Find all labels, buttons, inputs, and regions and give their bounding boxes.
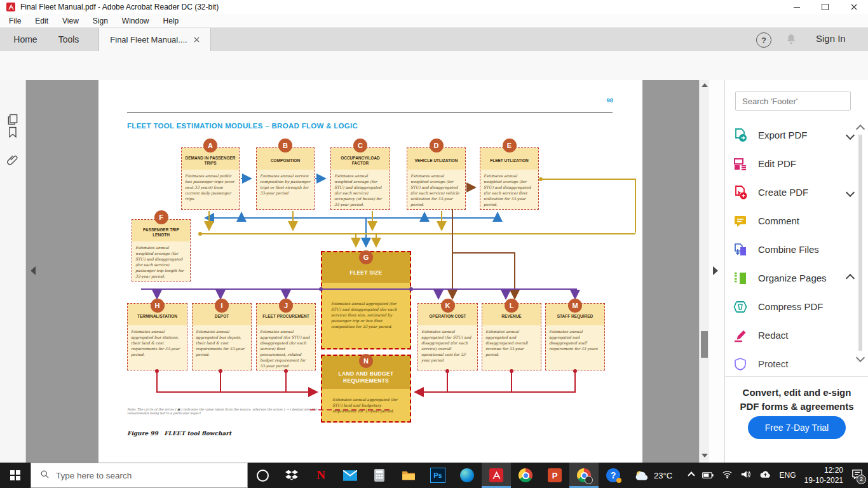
module-box-C: C OCCUPANCY/LOAD FACTOR Estimates annual… <box>330 147 390 210</box>
menu-bar: File Edit View Sign Window Help <box>0 14 868 28</box>
photoshop-icon[interactable]: Ps <box>423 463 452 488</box>
promo-text: Convert, edit and e-sign PDF forms & agr… <box>733 386 860 414</box>
weather-temp: 23°C <box>654 471 672 480</box>
expand-right-panel-icon[interactable] <box>713 266 718 275</box>
scroll-down-icon[interactable] <box>702 454 708 458</box>
bookmarks-icon[interactable] <box>6 126 19 141</box>
tab-close-icon[interactable] <box>194 35 200 44</box>
menu-edit[interactable]: Edit <box>35 17 48 25</box>
sign-in-button[interactable]: Sign In <box>816 33 846 44</box>
tools-search-input[interactable] <box>735 92 851 111</box>
module-letter-B: B <box>278 139 292 152</box>
create-pdf-icon <box>733 185 748 200</box>
time-label: 12:20 <box>804 465 843 475</box>
taskbar-search-box[interactable]: Type here to search <box>31 463 248 488</box>
edit-pdf-icon <box>733 156 748 172</box>
chrome-icon[interactable] <box>511 463 540 488</box>
module-letter-E: E <box>503 139 517 152</box>
calculator-icon[interactable] <box>365 463 394 488</box>
wifi-icon[interactable] <box>722 470 733 481</box>
clock[interactable]: 12:20 19-10-2021 <box>804 465 843 485</box>
file-explorer-icon[interactable] <box>394 463 423 488</box>
language-indicator[interactable]: ENG <box>780 471 796 480</box>
action-center-icon[interactable]: 2 <box>851 469 863 482</box>
module-letter-C: C <box>353 139 367 152</box>
figure-note: Note: The circle of the arrow ( ● ) indi… <box>127 407 337 415</box>
collapse-left-panel-icon[interactable] <box>31 266 36 275</box>
tools-scrollbar-thumb[interactable] <box>858 135 862 351</box>
module-box-F: F PASSENGER TRIP LENGTH Estimates annual… <box>132 219 191 281</box>
battery-icon[interactable] <box>702 470 714 481</box>
chevron-down-icon[interactable] <box>846 130 855 139</box>
chrome-profile-icon[interactable] <box>569 463 599 488</box>
onedrive-icon[interactable] <box>759 470 771 481</box>
compress-pdf-icon <box>733 299 748 315</box>
module-letter-K: K <box>441 299 455 313</box>
menu-window[interactable]: Window <box>122 17 149 25</box>
left-nav-panel <box>0 80 26 463</box>
tab-tools[interactable]: Tools <box>50 28 88 51</box>
module-box-M: M STAFF REQUIRED Estimates annual aggreg… <box>545 303 605 370</box>
date-label: 19-10-2021 <box>804 475 843 485</box>
tool-redact[interactable]: Redact <box>733 321 853 349</box>
acrobat-reader-icon[interactable] <box>482 463 511 488</box>
start-button[interactable] <box>0 463 31 488</box>
volume-icon[interactable] <box>741 470 751 481</box>
maximize-button[interactable] <box>811 0 839 14</box>
module-letter-H: H <box>151 299 165 313</box>
tool-protect[interactable]: Protect <box>733 349 853 375</box>
menu-file[interactable]: File <box>9 17 21 25</box>
tools-scroll-up-icon[interactable] <box>856 125 865 133</box>
tool-organize-pages[interactable]: Organize Pages <box>733 264 853 292</box>
window-title: Final Fleet Manual.pdf - Adobe Acrobat R… <box>20 3 219 11</box>
menu-sign[interactable]: Sign <box>93 17 108 25</box>
tab-document[interactable]: Final Fleet Manual.... <box>98 28 211 51</box>
cortana-icon[interactable] <box>248 463 277 488</box>
menu-help[interactable]: Help <box>163 17 179 25</box>
netflix-icon[interactable]: N <box>306 463 336 488</box>
pdf-page: 98 FLEET TOOL ESTIMATION MODULES – BROAD… <box>98 80 642 463</box>
scroll-up-icon[interactable] <box>702 83 708 87</box>
tool-combine-files[interactable]: Combine Files <box>733 235 853 264</box>
mail-icon[interactable] <box>336 463 365 488</box>
tray-overflow-chevron-icon[interactable] <box>688 471 695 478</box>
dropbox-icon[interactable] <box>277 463 306 488</box>
tool-export-pdf[interactable]: Export PDF <box>733 121 853 149</box>
acrobat-app-icon <box>6 3 15 11</box>
panel-handle-zone <box>709 80 724 463</box>
powerpoint-icon[interactable]: P <box>540 463 569 488</box>
vertical-scrollbar[interactable] <box>699 80 710 463</box>
weather-widget[interactable]: 23°C <box>628 470 679 481</box>
tab-home[interactable]: Home <box>6 28 44 51</box>
get-help-icon[interactable]: ? <box>599 463 628 488</box>
module-box-E: E FLEET UTLIZATION Estimates annual weig… <box>480 147 539 210</box>
module-letter-J: J <box>279 299 293 313</box>
chevron-up-icon[interactable] <box>846 273 855 282</box>
close-button[interactable] <box>839 0 868 14</box>
module-box-K: K OPERATION COST Estimates annual aggreg… <box>417 303 478 370</box>
export-pdf-icon <box>733 128 748 143</box>
chevron-down-icon[interactable] <box>846 187 855 196</box>
help-icon[interactable]: ? <box>756 32 771 48</box>
free-trial-button[interactable]: Free 7-Day Trial <box>748 416 846 439</box>
edge-icon[interactable] <box>452 463 482 488</box>
module-box-B: B COMPOSITION Estimates annual service c… <box>256 147 315 210</box>
module-box-G: G FLEET SIZE Estimates annual aggregated… <box>321 251 411 349</box>
notifications-bell-icon[interactable] <box>785 33 797 48</box>
module-letter-G: G <box>359 250 373 264</box>
protect-shield-icon <box>733 356 748 372</box>
tool-create-pdf[interactable]: Create PDF <box>733 178 853 207</box>
taskbar: Type here to search N Ps P ? 23°C E <box>0 463 868 488</box>
page-title: FLEET TOOL ESTIMATION MODULES – BROAD FL… <box>127 122 358 130</box>
tool-comment[interactable]: Comment <box>733 207 853 235</box>
attachments-paperclip-icon[interactable] <box>6 154 19 169</box>
minimize-button[interactable] <box>782 0 811 14</box>
document-toolbar: / 135 66.1% <box>0 51 868 81</box>
combine-files-icon <box>733 242 748 257</box>
tool-edit-pdf[interactable]: Edit PDF <box>733 149 853 178</box>
menu-view[interactable]: View <box>62 17 79 25</box>
module-box-J: J FLEET PROCUREMENT Estimates annual agg… <box>256 303 316 370</box>
scrollbar-thumb[interactable] <box>701 331 708 358</box>
promo-section: Convert, edit and e-sign PDF forms & agr… <box>725 376 868 463</box>
tool-compress-pdf[interactable]: Compress PDF <box>733 292 853 321</box>
